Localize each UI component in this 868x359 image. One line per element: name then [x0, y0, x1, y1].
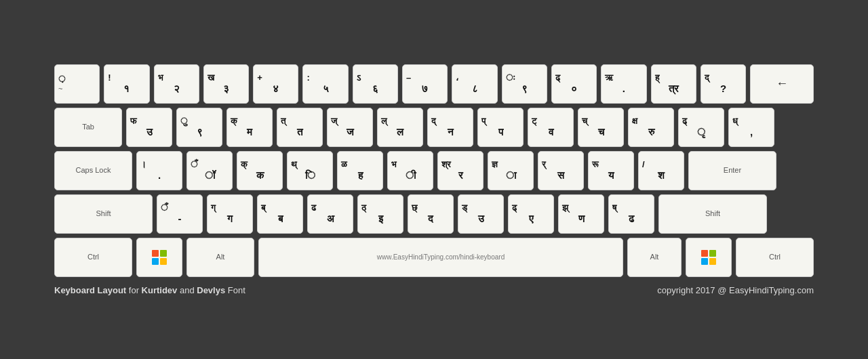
key-win-right[interactable] [686, 238, 732, 277]
key-k[interactable]: ज्ञ ा [488, 151, 534, 190]
key-p[interactable]: च् च [578, 108, 624, 147]
key-backslash-top[interactable]: द् ? [701, 64, 746, 104]
key-backslash[interactable]: ध् , [728, 108, 774, 147]
key-o[interactable]: ट् व [528, 108, 574, 147]
key-r[interactable]: त् त [277, 108, 323, 147]
key-w[interactable]: ु ९ [176, 108, 222, 147]
key-t[interactable]: ज् ज [327, 108, 373, 147]
key-i[interactable]: प् प [477, 108, 524, 147]
key-3[interactable]: ख ३ [203, 64, 249, 104]
row-1: ़ ~ ! १ भ २ ख ३ + ४ : ५ ऽ ६ – ७ [54, 64, 814, 104]
windows-icon [152, 250, 167, 265]
key-8[interactable]: ، ८ [452, 64, 497, 104]
key-u[interactable]: द् न [427, 108, 473, 147]
key-b[interactable]: ठ् इ [357, 194, 403, 234]
key-j[interactable]: श्र र [437, 151, 484, 190]
key-0[interactable]: ढ् ० [551, 64, 597, 104]
key-equal[interactable]: ह् त्र [651, 64, 696, 104]
key-ctrl-right[interactable]: Ctrl [736, 238, 814, 277]
key-quote[interactable]: / श [638, 151, 684, 190]
key-s[interactable]: ँ ॉ [186, 151, 233, 190]
footer-title: Keyboard Layout for Kurtidev and Devlys … [54, 285, 245, 295]
key-f[interactable]: थ् ि [287, 151, 333, 190]
key-shift-left[interactable]: Shift [54, 194, 153, 234]
key-enter[interactable]: Enter [688, 151, 776, 190]
key-a[interactable]: । . [136, 151, 182, 190]
key-minus[interactable]: ऋ . [601, 64, 646, 104]
footer: Keyboard Layout for Kurtidev and Devlys … [54, 281, 814, 295]
key-5[interactable]: : ५ [302, 64, 348, 104]
key-6[interactable]: ऽ ६ [353, 64, 398, 104]
key-m[interactable]: ड् उ [458, 194, 504, 234]
key-2[interactable]: भ २ [154, 64, 199, 104]
key-backtick[interactable]: ़ ~ [54, 64, 100, 104]
key-spacebar[interactable]: www.EasyHindiTyping.com/hindi-keyboard [258, 238, 623, 277]
key-d[interactable]: क् क [237, 151, 283, 190]
key-g[interactable]: ळ ह [337, 151, 383, 190]
key-comma[interactable]: ढ् ए [508, 194, 554, 234]
key-y[interactable]: ल् ल [377, 108, 423, 147]
key-shift-right[interactable]: Shift [658, 194, 767, 234]
key-v[interactable]: ढ अ [307, 194, 353, 234]
key-1[interactable]: ! १ [104, 64, 149, 104]
key-slash[interactable]: ष् ढ [608, 194, 654, 234]
row-4: Shift ँ - ग् ग ब् ब ढ अ ठ् इ छ् द ड् उ [54, 194, 814, 234]
key-ctrl-left[interactable]: Ctrl [54, 238, 132, 277]
key-c[interactable]: ब् ब [257, 194, 303, 234]
key-bracket-right[interactable]: ढ् ृ [678, 108, 724, 147]
row-3: Caps Lock । . ँ ॉ क् क थ् ि ळ ह भ ी श्र … [54, 151, 814, 190]
key-n[interactable]: छ् द [408, 194, 454, 234]
key-backspace[interactable]: ← [750, 64, 814, 104]
key-tab[interactable]: Tab [54, 108, 122, 147]
keyboard-container: ़ ~ ! १ भ २ ख ३ + ४ : ५ ऽ ६ – ७ [41, 51, 827, 309]
key-win-left[interactable] [136, 238, 182, 277]
key-caps-lock[interactable]: Caps Lock [54, 151, 132, 190]
windows-icon-right [701, 250, 716, 265]
key-semicolon[interactable]: रू य [588, 151, 634, 190]
key-alt-right[interactable]: Alt [627, 238, 682, 277]
row-2: Tab फ उ ु ९ क् म त् त ज् ज ल् ल द् न [54, 108, 814, 147]
key-q[interactable]: फ उ [126, 108, 172, 147]
key-z[interactable]: ँ - [157, 194, 203, 234]
key-bracket-left[interactable]: क्ष रु [628, 108, 674, 147]
key-h[interactable]: भ ी [387, 151, 433, 190]
key-period[interactable]: झ् ण [558, 194, 604, 234]
key-x[interactable]: ग् ग [207, 194, 253, 234]
key-e[interactable]: क् म [226, 108, 273, 147]
key-7[interactable]: – ७ [402, 64, 448, 104]
key-4[interactable]: + ४ [253, 64, 298, 104]
key-l[interactable]: र् स [538, 151, 584, 190]
key-alt-left[interactable]: Alt [186, 238, 254, 277]
footer-copyright: copyright 2017 @ EasyHindiTyping.com [657, 285, 814, 295]
row-5: Ctrl Alt www.EasyHindiTyping.com/hindi-k… [54, 238, 814, 277]
key-9[interactable]: ः ९ [502, 64, 547, 104]
